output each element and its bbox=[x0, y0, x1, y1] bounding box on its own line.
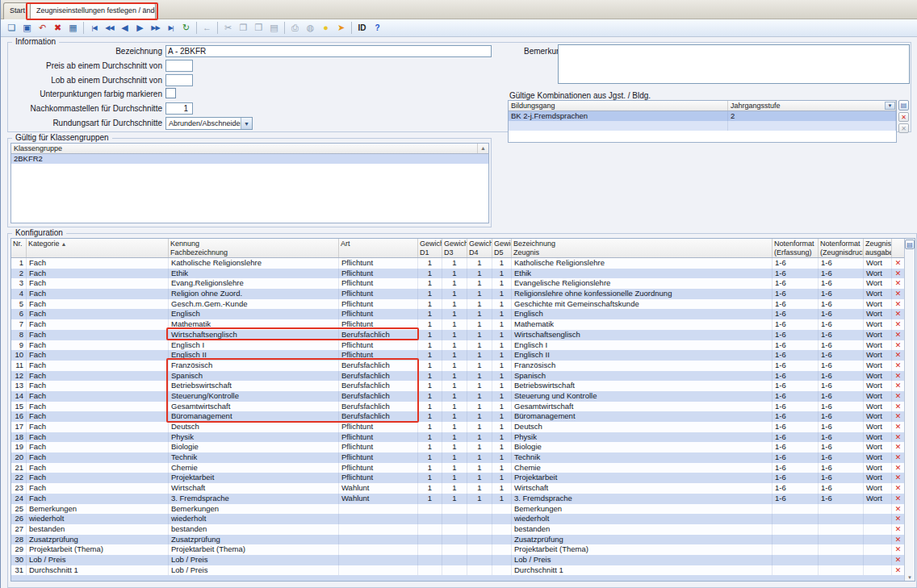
delete-row-button[interactable]: ✕ bbox=[892, 299, 904, 310]
column-header-kategorie[interactable]: Kategorie ▲ bbox=[27, 239, 169, 257]
column-header-nf_druck[interactable]: Notenformat(Zeugnisdruck) bbox=[819, 239, 864, 257]
column-header-bezeichnung[interactable]: BezeichnungZeugnis bbox=[512, 239, 773, 257]
table-row[interactable]: 31Durchschnitt 1Lob / PreisDurchschnitt … bbox=[11, 565, 915, 576]
nachkommastellen-input[interactable] bbox=[165, 102, 193, 115]
delete-row-button[interactable]: ✕ bbox=[892, 452, 904, 463]
delete-row-button[interactable]: ✕ bbox=[892, 330, 904, 340]
table-row[interactable]: 26wiederholtwiederholtwiederholt✕ bbox=[11, 514, 915, 524]
table-row[interactable]: 22FachProjektarbeitPflichtunt1111Projekt… bbox=[11, 473, 915, 483]
delete-row-button[interactable]: ✕ bbox=[892, 555, 904, 565]
delete-kombination-button[interactable]: ✕ bbox=[898, 112, 909, 122]
table-row[interactable]: 29Projektarbeit (Thema)Projektarbeit (Th… bbox=[11, 544, 915, 555]
delete-row-button[interactable]: ✕ bbox=[892, 504, 904, 515]
table-row[interactable]: 10FachEnglisch IIPflichtunt1111Englisch … bbox=[11, 350, 915, 361]
new-record-button[interactable]: ❏ bbox=[4, 21, 19, 35]
delete-row-button[interactable]: ✕ bbox=[892, 278, 904, 289]
klassengruppe-row[interactable]: 2BKFR2 bbox=[11, 154, 488, 164]
edit-grid-button[interactable]: ▦ bbox=[65, 21, 81, 35]
column-header-nf_erf[interactable]: Notenformat(Erfassung) bbox=[773, 239, 819, 257]
kombination-row[interactable]: BK 2-j.Fremdsprachen2 bbox=[509, 111, 896, 121]
delete-row-button[interactable]: ✕ bbox=[892, 319, 904, 330]
delete-row-button[interactable]: ✕ bbox=[892, 350, 904, 361]
column-header-klassengruppe[interactable]: Klassengruppe bbox=[11, 144, 478, 153]
table-row[interactable]: 20FachTechnikPflichtunt1111Technik1-61-6… bbox=[11, 452, 915, 463]
delete-row-button[interactable]: ✕ bbox=[892, 269, 904, 279]
grid-scrollbar[interactable]: ▤ ▼ bbox=[904, 239, 915, 581]
chevron-down-icon[interactable]: ▼ bbox=[241, 118, 252, 129]
undo-button[interactable]: ↶ bbox=[35, 21, 50, 35]
grid-settings-button[interactable]: ▤ bbox=[898, 100, 909, 111]
hint-button[interactable]: ● bbox=[318, 21, 333, 35]
first-record-button[interactable]: |◀ bbox=[86, 21, 102, 35]
fast-next-button[interactable]: ▶▶ bbox=[148, 21, 163, 35]
announce-button[interactable]: ➤ bbox=[333, 21, 349, 35]
delete-row-button[interactable]: ✕ bbox=[892, 340, 904, 351]
table-row[interactable]: 25BemerkungenBemerkungenBemerkungen✕ bbox=[11, 504, 915, 515]
delete-row-button[interactable]: ✕ bbox=[892, 565, 904, 576]
table-row[interactable]: 12FachSpanischBerufsfachlich1111Spanisch… bbox=[11, 371, 915, 382]
delete-row-button[interactable]: ✕ bbox=[892, 391, 904, 402]
table-row[interactable]: 19FachBiologiePflichtunt1111Biologie1-61… bbox=[11, 442, 915, 452]
delete-row-button[interactable]: ✕ bbox=[892, 483, 904, 494]
preis-input[interactable] bbox=[165, 60, 193, 72]
column-header-d3[interactable]: GewichtD3 bbox=[442, 239, 467, 257]
table-row[interactable]: 14FachSteuerung/KontrolleBerufsfachlich1… bbox=[11, 391, 915, 402]
table-row[interactable]: 17FachDeutschPflichtunt1111Deutsch1-61-6… bbox=[11, 422, 915, 432]
delete-row-button[interactable]: ✕ bbox=[892, 381, 904, 391]
column-header-d5[interactable]: GewichtD5 bbox=[492, 239, 512, 257]
table-row[interactable]: 30Lob / PreisLob / PreisLob / Preis✕ bbox=[11, 555, 915, 565]
table-row[interactable]: 23FachWirtschaftWahlunt1111Wirtschaft1-6… bbox=[11, 483, 915, 494]
table-row[interactable]: 5FachGesch.m.Gem.-KundePflichtunt1111Ges… bbox=[11, 299, 915, 310]
help-button[interactable]: ? bbox=[370, 21, 385, 35]
column-header-d1[interactable]: GewichtD1 bbox=[418, 239, 442, 257]
column-header-jahrgangsstufe[interactable]: Jahrgangsstufe bbox=[728, 101, 896, 111]
delete-row-button[interactable]: ✕ bbox=[892, 289, 904, 299]
table-row[interactable]: 7FachMathematikPflichtunt1111Mathematik1… bbox=[11, 319, 915, 330]
delete-row-button[interactable]: ✕ bbox=[892, 514, 904, 524]
delete-row-button[interactable]: ✕ bbox=[892, 258, 904, 269]
table-row[interactable]: 11FachFranzösischBerufsfachlich1111Franz… bbox=[11, 361, 915, 371]
lob-input[interactable] bbox=[165, 74, 193, 86]
table-row[interactable]: 18FachPhysikPflichtunt1111Physik1-61-6Wo… bbox=[11, 432, 915, 443]
bezeichnung-input[interactable] bbox=[165, 45, 492, 57]
refresh-button[interactable]: ↻ bbox=[178, 21, 194, 35]
save-button[interactable]: ▣ bbox=[19, 21, 35, 35]
column-header-bildungsgang[interactable]: Bildungsgang bbox=[509, 101, 728, 111]
delete-row-button[interactable]: ✕ bbox=[892, 371, 904, 382]
column-header-art[interactable]: Art bbox=[339, 239, 418, 257]
table-row[interactable]: 3FachEvang.ReligionslehrePflichtunt1111E… bbox=[11, 278, 915, 289]
delete-row-button[interactable]: ✕ bbox=[892, 535, 904, 545]
bemerkung-textarea[interactable] bbox=[558, 44, 910, 84]
column-header-nr[interactable]: Nr. bbox=[11, 239, 27, 257]
table-row[interactable]: 21FachChemiePflichtunt1111Chemie1-61-6Wo… bbox=[11, 463, 915, 473]
delete-row-button[interactable]: ✕ bbox=[892, 442, 904, 452]
table-row[interactable]: 16FachBüromanagementBerufsfachlich1111Bü… bbox=[11, 411, 915, 422]
table-row[interactable]: 1FachKatholische ReligionslehrePflichtun… bbox=[11, 258, 915, 269]
delete-row-button[interactable]: ✕ bbox=[892, 473, 904, 483]
delete-row-button[interactable]: ✕ bbox=[892, 432, 904, 443]
id-button-button[interactable]: ID bbox=[354, 21, 370, 35]
table-row[interactable]: 27bestandenbestandenbestanden✕ bbox=[11, 524, 915, 535]
table-row[interactable]: 24Fach3. FremdspracheWahlunt11113. Fremd… bbox=[11, 494, 915, 504]
unterpunktungen-checkbox[interactable] bbox=[165, 88, 176, 98]
column-dropdown-button[interactable]: ▼ bbox=[885, 102, 895, 110]
table-row[interactable]: 15FachGesamtwirtschaftBerufsfachlich1111… bbox=[11, 402, 915, 412]
delete-row-button[interactable]: ✕ bbox=[892, 524, 904, 535]
table-row[interactable]: 28ZusatzprüfungZusatzprüfungZusatzprüfun… bbox=[11, 535, 915, 545]
next-record-button[interactable]: ▶ bbox=[132, 21, 148, 35]
table-row[interactable]: 13FachBetriebswirtschaftBerufsfachlich11… bbox=[11, 381, 915, 391]
table-row[interactable]: 6FachEnglischPflichtunt1111Englisch1-61-… bbox=[11, 309, 915, 319]
delete-button[interactable]: ✖ bbox=[50, 21, 65, 35]
column-settings-button[interactable]: ▤ bbox=[905, 240, 915, 249]
column-header-kennung[interactable]: KennungFachbezeichnung bbox=[169, 239, 339, 257]
delete-row-button[interactable]: ✕ bbox=[892, 309, 904, 319]
last-record-button[interactable]: ▶| bbox=[163, 21, 178, 35]
table-row[interactable]: 2FachEthikPflichtunt1111Ethik1-61-6Wort✕ bbox=[11, 269, 915, 279]
table-row[interactable]: 9FachEnglisch IPflichtunt1111Englisch I1… bbox=[11, 340, 915, 351]
delete-row-button[interactable]: ✕ bbox=[892, 411, 904, 422]
delete-row-button[interactable]: ✕ bbox=[892, 361, 904, 371]
tab-zeugniseinstellungen[interactable]: Zeugniseinstellungen festlegen / ändern✕ bbox=[30, 2, 156, 19]
prev-record-button[interactable]: ◀ bbox=[117, 21, 132, 35]
delete-row-button[interactable]: ✕ bbox=[892, 463, 904, 473]
column-header-d4[interactable]: GewichtD4 bbox=[467, 239, 492, 257]
